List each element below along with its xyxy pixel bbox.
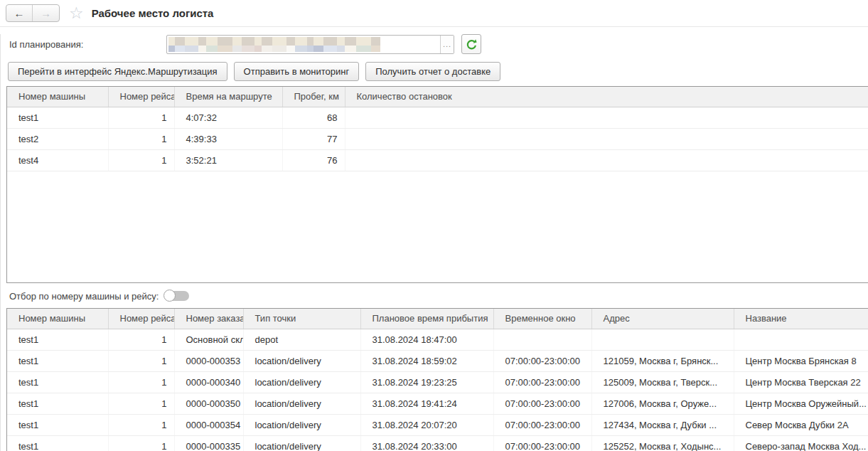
cell: 31.08.2024 18:47:00 [360, 329, 493, 350]
refresh-button[interactable] [461, 34, 481, 54]
cell: 07:00:00-23:00:00 [493, 393, 591, 414]
cell: 1 [108, 149, 174, 171]
cell: 1 [108, 371, 174, 393]
cell: depot [243, 329, 360, 350]
cell: 1 [108, 128, 174, 149]
cell: 07:00:00-23:00:00 [493, 371, 591, 393]
filter-toggle-label: Отбор по номеру машины и рейсу: [9, 291, 159, 302]
cell: Основной склад [174, 329, 243, 350]
table-row[interactable]: test413:52:2176 [7, 149, 868, 171]
column-header[interactable]: Пробег, км [282, 87, 345, 107]
form-content: Id планирования: ... Перейти в интерфейс… [0, 34, 868, 451]
table-row[interactable]: test110000-000354location/delivery31.08.… [7, 414, 868, 435]
cell: 3:52:21 [174, 149, 282, 171]
cell: 0000-000350 [174, 393, 243, 414]
cell: test1 [7, 107, 108, 128]
table-row[interactable]: test110000-000340location/delivery31.08.… [7, 371, 868, 393]
header-row: Номер машиныНомер рейсаВремя на маршруте… [7, 87, 868, 107]
cell: test2 [7, 128, 108, 149]
send-monitoring-button[interactable]: Отправить в мониторинг [234, 62, 360, 81]
column-header[interactable]: Тип точки [243, 309, 360, 329]
cell: Север Москва Дубки 2А [734, 414, 868, 435]
cell: location/delivery [243, 371, 360, 393]
cell: 1 [108, 329, 174, 350]
column-header[interactable]: Номер машины [7, 309, 108, 329]
cell: test1 [7, 329, 108, 350]
cell: 1 [108, 393, 174, 414]
cell [345, 128, 868, 149]
column-header[interactable]: Временное окно [493, 309, 591, 329]
column-header[interactable]: Время на маршруте [174, 87, 282, 107]
action-button-row: Перейти в интерфейс Яндекс.Маршрутизация… [1, 62, 868, 81]
cell: 07:00:00-23:00:00 [493, 350, 591, 371]
table-row[interactable]: test214:39:3377 [7, 128, 868, 149]
cell: test4 [7, 149, 108, 171]
filter-toggle-switch[interactable] [164, 290, 189, 302]
choose-value-button[interactable]: ... [440, 36, 454, 53]
cell: 0000-000340 [174, 371, 243, 393]
cell: location/delivery [243, 414, 360, 435]
cell: 127006, Москва г, Оруже... [591, 393, 734, 414]
cell: 31.08.2024 19:41:24 [360, 393, 493, 414]
table-row[interactable]: test11Основной складdepot31.08.2024 18:4… [7, 329, 868, 350]
cell: 125252, Москва г, Ходынс... [591, 435, 734, 451]
table-row[interactable]: test114:07:3268 [7, 107, 868, 128]
delivery-report-button[interactable]: Получить отчет о доставке [365, 62, 500, 81]
cell: 31.08.2024 20:07:20 [360, 414, 493, 435]
cell: test1 [7, 393, 108, 414]
cell: 31.08.2024 18:59:02 [360, 350, 493, 371]
column-header[interactable]: Адрес [591, 309, 734, 329]
cell: test1 [7, 414, 108, 435]
redacted-value [168, 37, 439, 52]
table-row[interactable]: test110000-000353location/delivery31.08.… [7, 350, 868, 371]
cell: 1 [108, 107, 174, 128]
cell: 77 [282, 128, 345, 149]
column-header[interactable]: Номер машины [7, 87, 108, 107]
forward-button[interactable]: → [33, 5, 59, 21]
cell: 4:07:32 [174, 107, 282, 128]
cell: 127434, Москва г, Дубки ... [591, 414, 734, 435]
cell: location/delivery [243, 393, 360, 414]
routes-table: Номер машиныНомер рейсаВремя на маршруте… [7, 87, 868, 171]
planning-id-label: Id планирования: [9, 39, 166, 50]
title-bar: ← → ☆ Рабочее место логиста [0, 0, 868, 27]
cell [734, 329, 868, 350]
column-header[interactable]: Количество остановок [345, 87, 868, 107]
table-row[interactable]: test110000-000335location/delivery31.08.… [7, 435, 868, 451]
stops-table: Номер машиныНомер рейсаНомер заказаТип т… [7, 309, 868, 451]
cell [345, 149, 868, 171]
cell: test1 [7, 350, 108, 371]
cell: Центр Москва Оружейный... [734, 393, 868, 414]
table-row[interactable]: test110000-000350location/delivery31.08.… [7, 393, 868, 414]
cell: 1 [108, 414, 174, 435]
favorite-star-icon[interactable]: ☆ [69, 5, 84, 21]
cell: 125009, Москва г, Тверск... [591, 371, 734, 393]
back-button[interactable]: ← [6, 5, 33, 21]
cell: test1 [7, 435, 108, 451]
yandex-routing-button[interactable]: Перейти в интерфейс Яндекс.Маршрутизация [8, 62, 227, 81]
refresh-icon [466, 38, 478, 51]
back-arrow-icon: ← [14, 7, 25, 19]
column-header[interactable]: Номер заказа [174, 309, 243, 329]
column-header[interactable]: Номер рейса [108, 309, 174, 329]
cell: 1 [108, 350, 174, 371]
stops-table-container: Номер машиныНомер рейсаНомер заказаТип т… [6, 308, 868, 451]
cell: Северо-запад Москва Ход... [734, 435, 868, 451]
column-header[interactable]: Номер рейса [108, 87, 174, 107]
page-title: Рабочее место логиста [92, 7, 214, 19]
cell: 31.08.2024 20:33:00 [360, 435, 493, 451]
cell: 31.08.2024 19:23:25 [360, 371, 493, 393]
column-header[interactable]: Плановое время прибытия [360, 309, 493, 329]
column-header[interactable]: Название [734, 309, 868, 329]
cell: location/delivery [243, 350, 360, 371]
header-row: Номер машиныНомер рейсаНомер заказаТип т… [7, 309, 868, 329]
cell: 07:00:00-23:00:00 [493, 414, 591, 435]
cell: 1 [108, 435, 174, 451]
cell [591, 329, 734, 350]
cell: Центр Москва Брянская 8 [734, 350, 868, 371]
planning-id-input[interactable]: ... [166, 35, 454, 54]
cell: 68 [282, 107, 345, 128]
cell: 0000-000335 [174, 435, 243, 451]
planning-id-row: Id планирования: ... [1, 34, 868, 54]
cell: 76 [282, 149, 345, 171]
